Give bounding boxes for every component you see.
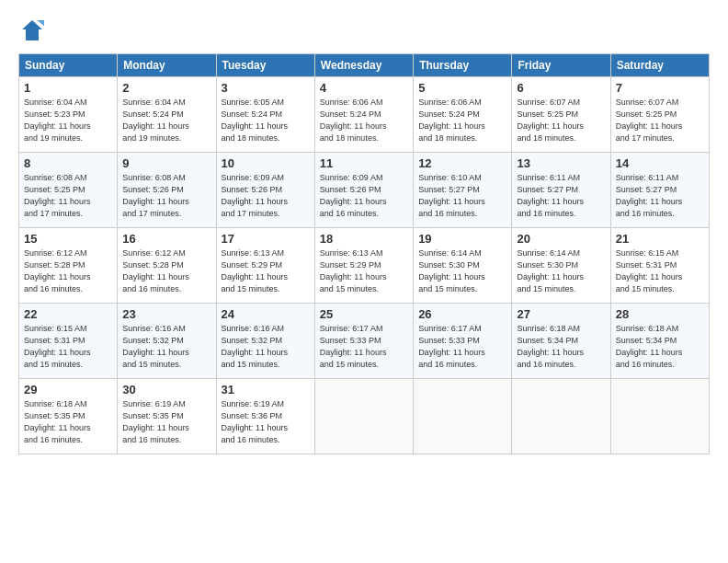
day-info: Sunrise: 6:07 AM Sunset: 5:25 PM Dayligh… bbox=[517, 97, 605, 144]
calendar-cell: 8Sunrise: 6:08 AM Sunset: 5:25 PM Daylig… bbox=[19, 153, 118, 228]
calendar-cell: 4Sunrise: 6:06 AM Sunset: 5:24 PM Daylig… bbox=[314, 77, 413, 153]
calendar-cell: 9Sunrise: 6:08 AM Sunset: 5:26 PM Daylig… bbox=[118, 153, 216, 228]
calendar-cell: 6Sunrise: 6:07 AM Sunset: 5:25 PM Daylig… bbox=[512, 77, 610, 153]
calendar-body: 1Sunrise: 6:04 AM Sunset: 5:23 PM Daylig… bbox=[19, 77, 710, 454]
day-number: 21 bbox=[616, 232, 704, 246]
calendar-cell: 10Sunrise: 6:09 AM Sunset: 5:26 PM Dayli… bbox=[216, 153, 314, 228]
day-info: Sunrise: 6:10 AM Sunset: 5:27 PM Dayligh… bbox=[418, 172, 506, 220]
svg-marker-1 bbox=[22, 20, 42, 40]
calendar-cell: 12Sunrise: 6:10 AM Sunset: 5:27 PM Dayli… bbox=[414, 153, 512, 228]
calendar-cell: 13Sunrise: 6:11 AM Sunset: 5:27 PM Dayli… bbox=[512, 153, 610, 228]
day-number: 8 bbox=[24, 156, 112, 170]
day-info: Sunrise: 6:18 AM Sunset: 5:34 PM Dayligh… bbox=[616, 323, 704, 371]
day-number: 1 bbox=[24, 81, 112, 95]
day-number: 29 bbox=[24, 383, 112, 396]
day-info: Sunrise: 6:04 AM Sunset: 5:23 PM Dayligh… bbox=[24, 97, 112, 144]
day-info: Sunrise: 6:16 AM Sunset: 5:32 PM Dayligh… bbox=[222, 323, 310, 371]
calendar-cell: 18Sunrise: 6:13 AM Sunset: 5:29 PM Dayli… bbox=[314, 228, 413, 304]
day-info: Sunrise: 6:12 AM Sunset: 5:28 PM Dayligh… bbox=[24, 247, 112, 295]
calendar-cell: 1Sunrise: 6:04 AM Sunset: 5:23 PM Daylig… bbox=[19, 77, 118, 153]
calendar-cell: 5Sunrise: 6:06 AM Sunset: 5:24 PM Daylig… bbox=[414, 77, 512, 153]
day-info: Sunrise: 6:09 AM Sunset: 5:26 PM Dayligh… bbox=[320, 172, 408, 220]
logo-icon bbox=[18, 17, 46, 44]
weekday-header-cell: Friday bbox=[512, 54, 610, 77]
calendar-week-row: 15Sunrise: 6:12 AM Sunset: 5:28 PM Dayli… bbox=[19, 228, 710, 304]
day-info: Sunrise: 6:08 AM Sunset: 5:26 PM Dayligh… bbox=[122, 172, 210, 220]
calendar-cell: 21Sunrise: 6:15 AM Sunset: 5:31 PM Dayli… bbox=[610, 228, 709, 304]
calendar-cell: 17Sunrise: 6:13 AM Sunset: 5:29 PM Dayli… bbox=[216, 228, 314, 304]
day-number: 19 bbox=[418, 232, 506, 246]
day-info: Sunrise: 6:11 AM Sunset: 5:27 PM Dayligh… bbox=[517, 172, 605, 220]
page: SundayMondayTuesdayWednesdayThursdayFrid… bbox=[0, 0, 728, 563]
day-info: Sunrise: 6:09 AM Sunset: 5:26 PM Dayligh… bbox=[222, 172, 310, 220]
day-number: 13 bbox=[517, 156, 605, 170]
day-number: 23 bbox=[122, 307, 210, 321]
weekday-header-cell: Monday bbox=[118, 54, 216, 77]
calendar-cell: 31Sunrise: 6:19 AM Sunset: 5:36 PM Dayli… bbox=[216, 379, 314, 454]
day-info: Sunrise: 6:11 AM Sunset: 5:27 PM Dayligh… bbox=[616, 172, 704, 220]
calendar-week-row: 1Sunrise: 6:04 AM Sunset: 5:23 PM Daylig… bbox=[19, 77, 710, 153]
day-info: Sunrise: 6:08 AM Sunset: 5:25 PM Dayligh… bbox=[24, 172, 112, 220]
svg-marker-2 bbox=[37, 20, 44, 26]
day-info: Sunrise: 6:18 AM Sunset: 5:34 PM Dayligh… bbox=[517, 323, 605, 371]
day-number: 2 bbox=[122, 81, 210, 95]
day-number: 17 bbox=[222, 232, 310, 246]
day-number: 26 bbox=[418, 307, 506, 321]
calendar-week-row: 29Sunrise: 6:18 AM Sunset: 5:35 PM Dayli… bbox=[19, 379, 710, 454]
calendar-cell: 16Sunrise: 6:12 AM Sunset: 5:28 PM Dayli… bbox=[118, 228, 216, 304]
day-number: 9 bbox=[122, 156, 210, 170]
calendar-cell: 30Sunrise: 6:19 AM Sunset: 5:35 PM Dayli… bbox=[118, 379, 216, 454]
weekday-header-row: SundayMondayTuesdayWednesdayThursdayFrid… bbox=[19, 54, 710, 77]
day-number: 31 bbox=[222, 383, 310, 396]
day-info: Sunrise: 6:05 AM Sunset: 5:24 PM Dayligh… bbox=[222, 97, 310, 144]
day-number: 3 bbox=[222, 81, 310, 95]
day-info: Sunrise: 6:18 AM Sunset: 5:35 PM Dayligh… bbox=[24, 398, 112, 446]
logo bbox=[18, 17, 50, 44]
calendar-cell bbox=[610, 379, 709, 454]
weekday-header-cell: Saturday bbox=[610, 54, 709, 77]
weekday-header-cell: Sunday bbox=[19, 54, 118, 77]
day-info: Sunrise: 6:13 AM Sunset: 5:29 PM Dayligh… bbox=[320, 247, 408, 295]
day-info: Sunrise: 6:12 AM Sunset: 5:28 PM Dayligh… bbox=[122, 247, 210, 295]
day-number: 15 bbox=[24, 232, 112, 246]
calendar-cell: 19Sunrise: 6:14 AM Sunset: 5:30 PM Dayli… bbox=[414, 228, 512, 304]
day-number: 14 bbox=[616, 156, 704, 170]
day-info: Sunrise: 6:19 AM Sunset: 5:35 PM Dayligh… bbox=[122, 398, 210, 446]
calendar-cell: 14Sunrise: 6:11 AM Sunset: 5:27 PM Dayli… bbox=[610, 153, 709, 228]
day-info: Sunrise: 6:16 AM Sunset: 5:32 PM Dayligh… bbox=[122, 323, 210, 371]
calendar-cell: 26Sunrise: 6:17 AM Sunset: 5:33 PM Dayli… bbox=[414, 304, 512, 379]
day-number: 28 bbox=[616, 307, 704, 321]
calendar-cell: 3Sunrise: 6:05 AM Sunset: 5:24 PM Daylig… bbox=[216, 77, 314, 153]
calendar-cell: 22Sunrise: 6:15 AM Sunset: 5:31 PM Dayli… bbox=[19, 304, 118, 379]
calendar-cell: 24Sunrise: 6:16 AM Sunset: 5:32 PM Dayli… bbox=[216, 304, 314, 379]
day-number: 7 bbox=[616, 81, 704, 95]
day-number: 16 bbox=[122, 232, 210, 246]
calendar-week-row: 22Sunrise: 6:15 AM Sunset: 5:31 PM Dayli… bbox=[19, 304, 710, 379]
day-info: Sunrise: 6:17 AM Sunset: 5:33 PM Dayligh… bbox=[320, 323, 408, 371]
calendar-cell bbox=[414, 379, 512, 454]
header bbox=[18, 17, 710, 44]
day-info: Sunrise: 6:19 AM Sunset: 5:36 PM Dayligh… bbox=[222, 398, 310, 446]
calendar-cell: 20Sunrise: 6:14 AM Sunset: 5:30 PM Dayli… bbox=[512, 228, 610, 304]
calendar-cell: 25Sunrise: 6:17 AM Sunset: 5:33 PM Dayli… bbox=[314, 304, 413, 379]
day-number: 12 bbox=[418, 156, 506, 170]
day-number: 30 bbox=[122, 383, 210, 396]
day-number: 27 bbox=[517, 307, 605, 321]
day-number: 11 bbox=[320, 156, 408, 170]
calendar-cell bbox=[512, 379, 610, 454]
day-info: Sunrise: 6:15 AM Sunset: 5:31 PM Dayligh… bbox=[24, 323, 112, 371]
calendar-cell: 27Sunrise: 6:18 AM Sunset: 5:34 PM Dayli… bbox=[512, 304, 610, 379]
calendar-cell: 29Sunrise: 6:18 AM Sunset: 5:35 PM Dayli… bbox=[19, 379, 118, 454]
calendar-week-row: 8Sunrise: 6:08 AM Sunset: 5:25 PM Daylig… bbox=[19, 153, 710, 228]
calendar-cell: 23Sunrise: 6:16 AM Sunset: 5:32 PM Dayli… bbox=[118, 304, 216, 379]
day-number: 10 bbox=[222, 156, 310, 170]
day-info: Sunrise: 6:17 AM Sunset: 5:33 PM Dayligh… bbox=[418, 323, 506, 371]
day-number: 25 bbox=[320, 307, 408, 321]
day-info: Sunrise: 6:15 AM Sunset: 5:31 PM Dayligh… bbox=[616, 247, 704, 295]
day-info: Sunrise: 6:13 AM Sunset: 5:29 PM Dayligh… bbox=[222, 247, 310, 295]
day-number: 6 bbox=[517, 81, 605, 95]
calendar: SundayMondayTuesdayWednesdayThursdayFrid… bbox=[18, 53, 710, 454]
day-info: Sunrise: 6:07 AM Sunset: 5:25 PM Dayligh… bbox=[616, 97, 704, 144]
calendar-cell: 2Sunrise: 6:04 AM Sunset: 5:24 PM Daylig… bbox=[118, 77, 216, 153]
weekday-header-cell: Thursday bbox=[414, 54, 512, 77]
